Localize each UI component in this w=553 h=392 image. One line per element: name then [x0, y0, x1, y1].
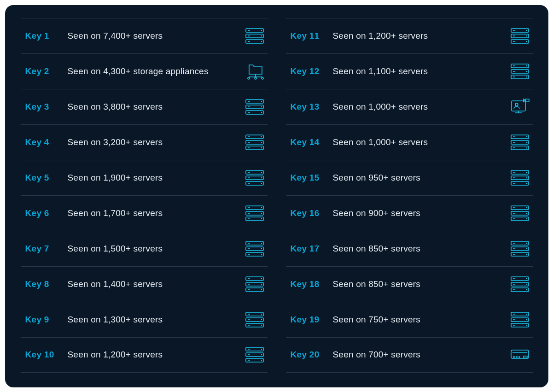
svg-point-164 — [513, 357, 514, 358]
svg-point-144 — [526, 253, 527, 254]
key-row: Key 9Seen on 1,300+ servers — [21, 302, 268, 337]
key-row: Key 6Seen on 1,700+ servers — [21, 195, 268, 231]
key-label: Key 3 — [25, 102, 68, 112]
key-label: Key 7 — [25, 244, 68, 254]
key-label: Key 11 — [291, 31, 333, 41]
key-row: Key 18Seen on 850+ servers — [286, 266, 533, 302]
key-label: Key 8 — [25, 279, 68, 289]
key-description: Seen on 950+ servers — [333, 173, 509, 183]
svg-point-101 — [526, 65, 527, 66]
key-label: Key 19 — [291, 315, 333, 325]
key-description: Seen on 1,000+ servers — [333, 102, 509, 112]
server-icon — [509, 240, 531, 258]
svg-point-117 — [526, 147, 527, 148]
key-description: Seen on 1,000+ servers — [333, 137, 509, 147]
svg-point-103 — [526, 76, 527, 77]
key-description: Seen on 1,200+ servers — [333, 31, 509, 41]
svg-point-75 — [261, 319, 262, 320]
svg-point-20 — [261, 100, 262, 101]
server-icon — [509, 62, 531, 81]
svg-point-93 — [526, 35, 527, 36]
key-label: Key 1 — [25, 31, 68, 41]
svg-point-160 — [526, 313, 527, 314]
svg-point-85 — [261, 360, 262, 361]
svg-point-65 — [261, 278, 262, 279]
svg-point-115 — [526, 136, 527, 137]
svg-point-94 — [526, 41, 527, 41]
video-icon — [509, 98, 531, 116]
server-icon — [509, 275, 531, 293]
svg-point-161 — [526, 319, 527, 320]
key-label: Key 20 — [291, 350, 333, 360]
key-label: Key 18 — [291, 279, 333, 289]
server-icon — [244, 240, 266, 258]
key-row: Key 20Seen on 700+ servers — [286, 337, 533, 373]
key-description: Seen on 750+ servers — [333, 315, 509, 325]
key-description: Seen on 7,400+ servers — [68, 31, 244, 41]
svg-point-142 — [526, 242, 527, 243]
svg-point-31 — [261, 147, 262, 148]
key-description: Seen on 3,200+ servers — [68, 137, 244, 147]
svg-point-162 — [526, 324, 527, 325]
svg-point-39 — [261, 177, 262, 178]
svg-point-92 — [526, 29, 527, 30]
server-icon — [244, 98, 266, 116]
server-icon — [244, 275, 266, 293]
key-label: Key 13 — [291, 102, 333, 112]
key-description: Seen on 4,300+ storage appliances — [68, 66, 244, 76]
svg-point-21 — [261, 106, 262, 107]
key-row: Key 14Seen on 1,000+ servers — [286, 124, 533, 160]
key-row: Key 19Seen on 750+ servers — [286, 302, 533, 337]
svg-point-76 — [261, 324, 262, 325]
key-description: Seen on 850+ servers — [333, 244, 509, 254]
svg-point-83 — [261, 349, 262, 350]
key-description: Seen on 1,200+ servers — [68, 350, 244, 360]
key-description: Seen on 900+ servers — [333, 208, 509, 218]
server-icon — [509, 204, 531, 222]
key-row: Key 15Seen on 950+ servers — [286, 160, 533, 195]
key-description: Seen on 1,400+ servers — [68, 279, 244, 289]
key-label: Key 16 — [291, 208, 333, 218]
svg-point-124 — [526, 171, 527, 172]
svg-point-22 — [261, 111, 262, 112]
svg-point-165 — [516, 357, 517, 358]
svg-point-134 — [526, 212, 527, 213]
key-description: Seen on 1,700+ servers — [68, 208, 244, 218]
key-row: Key 3Seen on 3,800+ servers — [21, 89, 268, 124]
svg-point-29 — [261, 136, 262, 137]
key-row: Key 8Seen on 1,400+ servers — [21, 266, 268, 302]
key-row: Key 12Seen on 1,100+ servers — [286, 53, 533, 89]
svg-point-125 — [526, 177, 527, 178]
svg-point-135 — [526, 218, 527, 219]
key-description: Seen on 1,100+ servers — [333, 66, 509, 76]
svg-point-47 — [261, 207, 262, 208]
key-description: Seen on 850+ servers — [333, 279, 509, 289]
svg-point-153 — [526, 289, 527, 290]
key-label: Key 17 — [291, 244, 333, 254]
svg-point-49 — [261, 218, 262, 219]
svg-point-66 — [261, 283, 262, 284]
key-row: Key 7Seen on 1,500+ servers — [21, 231, 268, 266]
server-icon — [244, 204, 266, 222]
server-icon — [509, 27, 531, 45]
svg-point-126 — [526, 182, 527, 183]
key-list-panel: Key 1Seen on 7,400+ servers Key 2Seen on… — [5, 5, 548, 387]
key-label: Key 6 — [25, 208, 68, 218]
key-row: Key 5Seen on 1,900+ servers — [21, 160, 268, 195]
server-icon — [509, 310, 531, 329]
svg-point-102 — [526, 70, 527, 71]
server-icon — [244, 345, 266, 364]
svg-point-143 — [526, 248, 527, 249]
svg-point-133 — [526, 207, 527, 208]
key-description: Seen on 1,900+ servers — [68, 173, 244, 183]
key-row: Key 10Seen on 1,200+ servers — [21, 337, 268, 373]
key-label: Key 12 — [291, 66, 333, 76]
server-icon — [244, 133, 266, 152]
svg-point-58 — [261, 253, 262, 254]
key-label: Key 4 — [25, 137, 68, 147]
key-row: Key 17Seen on 850+ servers — [286, 231, 533, 266]
server-icon — [509, 169, 531, 187]
storage-icon — [244, 62, 266, 81]
key-row: Key 11Seen on 1,200+ servers — [286, 18, 533, 53]
key-row: Key 13Seen on 1,000+ servers — [286, 89, 533, 124]
